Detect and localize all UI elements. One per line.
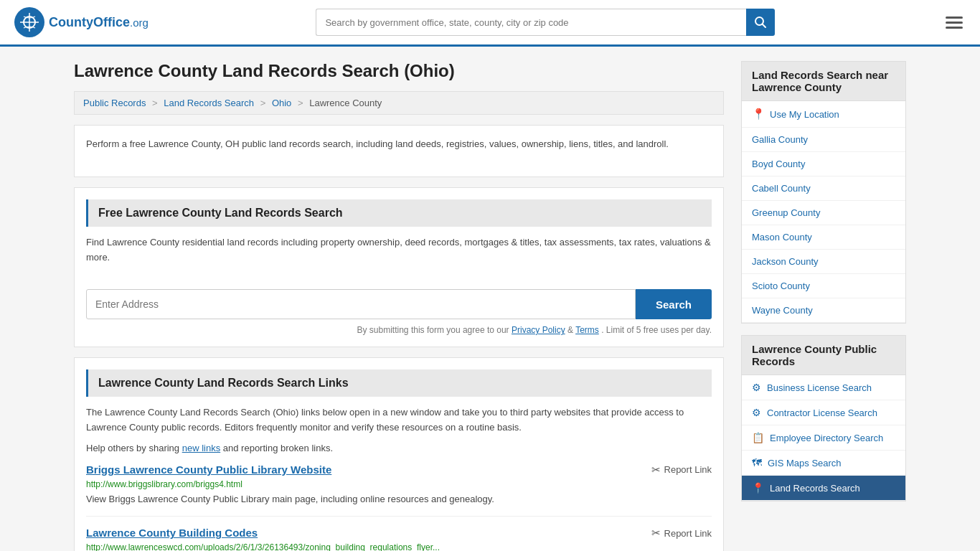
logo-area: CountyOffice.org <box>14 7 149 37</box>
sidebar-item-icon: ⚙ <box>752 382 761 393</box>
sidebar-item-icon: 🗺 <box>752 457 762 468</box>
content-area: Lawrence County Land Records Search (Ohi… <box>74 61 724 551</box>
public-records-item: 🗺GIS Maps Search <box>742 451 905 476</box>
use-my-location[interactable]: 📍 Use My Location <box>742 101 905 128</box>
header-search-button[interactable] <box>746 9 775 36</box>
form-disclaimer: By submitting this form you agree to our… <box>86 325 712 335</box>
logo-icon <box>14 7 44 37</box>
nearby-county-link[interactable]: Gallia County <box>742 128 905 151</box>
links-heading: Lawrence County Land Records Search Link… <box>86 369 712 397</box>
nearby-county-link[interactable]: Jackson County <box>742 250 905 273</box>
link-url-1[interactable]: http://www.briggslibrary.com/briggs4.htm… <box>86 479 712 489</box>
site-header: CountyOffice.org <box>0 0 980 47</box>
public-records-link[interactable]: ⚙Business License Search <box>742 375 905 400</box>
public-records-item: ⚙Contractor License Search <box>742 400 905 425</box>
sidebar-item-icon: 📍 <box>752 482 764 494</box>
links-section: Lawrence County Land Records Search Link… <box>74 357 724 551</box>
public-records-list: ⚙Business License Search⚙Contractor Lice… <box>742 375 905 501</box>
report-icon-1: ✂ <box>651 463 661 476</box>
sidebar-item-icon: 📋 <box>752 432 764 443</box>
nearby-county-item: Gallia County <box>742 128 905 152</box>
nearby-county-link[interactable]: Mason County <box>742 225 905 249</box>
link-url-2[interactable]: http://www.lawrenceswcd.com/uploads/2/6/… <box>86 542 712 551</box>
nearby-counties-list: Gallia CountyBoyd CountyCabell CountyGre… <box>742 128 905 323</box>
breadcrumb-public-records[interactable]: Public Records <box>83 98 146 108</box>
address-input[interactable] <box>86 289 636 319</box>
breadcrumb-sep-2: > <box>260 98 266 108</box>
logo-org: .org <box>130 17 149 29</box>
breadcrumb-sep-1: > <box>152 98 158 108</box>
public-records-link[interactable]: 🗺GIS Maps Search <box>742 451 905 475</box>
logo-text: CountyOffice.org <box>49 15 149 30</box>
report-link-button-2[interactable]: ✂ Report Link <box>651 527 712 540</box>
link-item: Lawrence County Building Codes ✂ Report … <box>86 527 712 551</box>
address-search-row: Search <box>86 289 712 319</box>
nearby-county-item: Scioto County <box>742 274 905 298</box>
new-links-link[interactable]: new links <box>182 443 220 453</box>
nearby-county-link[interactable]: Scioto County <box>742 274 905 298</box>
public-records-link[interactable]: ⚙Contractor License Search <box>742 400 905 425</box>
public-records-item: 📍Land Records Search <box>742 476 905 501</box>
sidebar-item-icon: ⚙ <box>752 407 761 418</box>
nearby-county-item: Mason County <box>742 225 905 250</box>
report-link-button-1[interactable]: ✂ Report Link <box>651 463 712 476</box>
nearby-section: Land Records Search near Lawrence County… <box>741 61 906 324</box>
free-search-section: Free Lawrence County Land Records Search… <box>74 187 724 348</box>
nearby-county-item: Jackson County <box>742 250 905 274</box>
link-title-1[interactable]: Briggs Lawrence County Public Library We… <box>86 463 331 476</box>
breadcrumb-land-records[interactable]: Land Records Search <box>164 98 254 108</box>
free-search-heading: Free Lawrence County Land Records Search <box>86 199 712 227</box>
terms-link[interactable]: Terms <box>575 325 599 335</box>
link-item-header: Briggs Lawrence County Public Library We… <box>86 463 712 476</box>
public-records-item: ⚙Business License Search <box>742 375 905 400</box>
public-records-link[interactable]: 📍Land Records Search <box>742 476 905 500</box>
page-title: Lawrence County Land Records Search (Ohi… <box>74 61 724 81</box>
hamburger-menu-button[interactable] <box>943 14 966 32</box>
breadcrumb-sep-3: > <box>298 98 303 108</box>
search-button[interactable]: Search <box>636 289 712 319</box>
header-search-container <box>316 9 775 36</box>
nearby-county-link[interactable]: Greenup County <box>742 201 905 225</box>
link-item-header-2: Lawrence County Building Codes ✂ Report … <box>86 527 712 540</box>
privacy-policy-link[interactable]: Privacy Policy <box>512 325 565 335</box>
nearby-county-item: Cabell County <box>742 176 905 201</box>
location-pin-icon: 📍 <box>752 108 765 121</box>
public-records-item: 📋Employee Directory Search <box>742 425 905 451</box>
share-line: Help others by sharing new links and rep… <box>86 443 712 453</box>
sidebar: Land Records Search near Lawrence County… <box>741 61 906 551</box>
report-icon-2: ✂ <box>651 527 661 540</box>
header-search-input[interactable] <box>316 9 746 36</box>
nearby-county-link[interactable]: Cabell County <box>742 176 905 200</box>
nearby-county-item: Boyd County <box>742 152 905 176</box>
link-item: Briggs Lawrence County Public Library We… <box>86 463 712 517</box>
breadcrumb-current: Lawrence County <box>309 98 382 108</box>
nearby-county-item: Wayne County <box>742 298 905 323</box>
breadcrumb: Public Records > Land Records Search > O… <box>74 91 724 115</box>
free-search-desc: Find Lawrence County residential land re… <box>86 235 712 265</box>
nearby-title: Land Records Search near Lawrence County <box>742 62 905 101</box>
main-description-box: Perform a free Lawrence County, OH publi… <box>74 125 724 177</box>
public-records-link[interactable]: 📋Employee Directory Search <box>742 425 905 450</box>
svg-line-5 <box>763 24 766 28</box>
main-container: Lawrence County Land Records Search (Ohi… <box>60 47 920 551</box>
nearby-county-link[interactable]: Wayne County <box>742 298 905 322</box>
public-records-title: Lawrence County Public Records <box>742 336 905 375</box>
nearby-county-item: Greenup County <box>742 201 905 225</box>
link-desc-1: View Briggs Lawrence County Public Libra… <box>86 492 712 507</box>
breadcrumb-ohio[interactable]: Ohio <box>272 98 291 108</box>
nearby-county-link[interactable]: Boyd County <box>742 152 905 176</box>
links-description: The Lawrence County Land Records Search … <box>86 405 712 435</box>
public-records-section: Lawrence County Public Records ⚙Business… <box>741 335 906 501</box>
link-title-2[interactable]: Lawrence County Building Codes <box>86 527 258 539</box>
main-description: Perform a free Lawrence County, OH publi… <box>86 137 712 152</box>
